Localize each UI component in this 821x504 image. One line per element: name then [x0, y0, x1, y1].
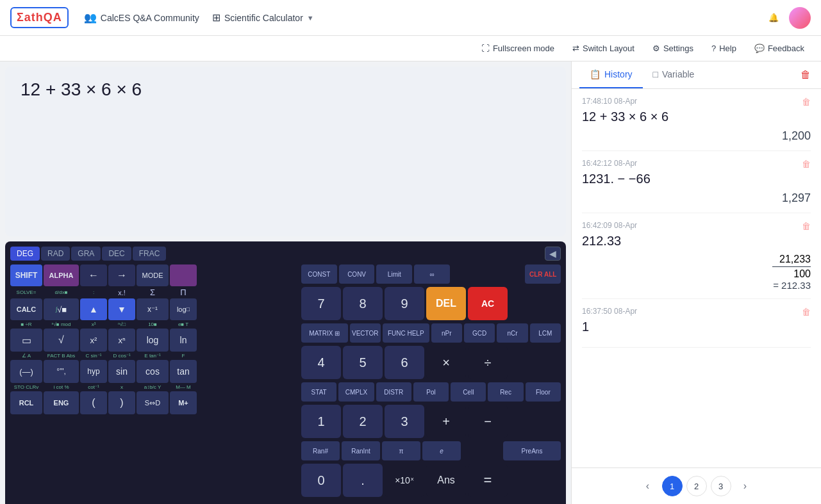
const-button[interactable]: CONST	[301, 264, 337, 284]
sci-notation-button[interactable]: ×10ˣ	[385, 464, 424, 497]
sin-button[interactable]: sin	[108, 360, 135, 383]
stat-button[interactable]: STAT	[301, 382, 336, 402]
sd-button[interactable]: S⇔D	[137, 391, 169, 414]
key-7[interactable]: 7	[301, 287, 341, 320]
key-8[interactable]: 8	[343, 287, 383, 320]
avatar[interactable]	[789, 7, 811, 29]
tab-variable[interactable]: □ Variable	[643, 61, 705, 88]
tab-history[interactable]: 📋 History	[579, 61, 643, 88]
logo[interactable]: ΣathQA	[10, 7, 69, 28]
calc-button[interactable]: CALC	[10, 298, 42, 320]
help-button[interactable]: ? Help	[705, 41, 743, 56]
m-plus-button[interactable]: M+	[170, 391, 197, 414]
ranint-button[interactable]: RanInt	[342, 441, 380, 460]
ran-button[interactable]: Ran#	[301, 441, 340, 460]
limit-button[interactable]: Limit	[376, 264, 412, 284]
key-3[interactable]: 3	[385, 405, 424, 438]
sqrt-frac-button[interactable]: ∫√■	[44, 298, 79, 320]
multiply-button[interactable]: ×	[426, 346, 466, 379]
cell-button[interactable]: Cell	[451, 382, 486, 402]
settings-button[interactable]: ⚙ Settings	[646, 41, 700, 56]
key-5[interactable]: 5	[343, 346, 383, 379]
matrix-button[interactable]: MATRIX ⊞	[301, 323, 348, 343]
divide-button[interactable]: ÷	[468, 346, 508, 379]
page-1-button[interactable]: 1	[662, 476, 683, 496]
ln-button[interactable]: ln	[170, 329, 197, 352]
del-button[interactable]: DEL	[426, 287, 466, 320]
distr-button[interactable]: DISTR	[376, 382, 411, 402]
key-4[interactable]: 4	[301, 346, 341, 379]
down-arrow-button[interactable]: ▼	[108, 298, 135, 320]
tan-button[interactable]: tan	[170, 360, 197, 383]
sqrt-button[interactable]: √	[44, 329, 79, 352]
frac-button[interactable]: FRAC	[133, 247, 167, 261]
community-nav-item[interactable]: 👥 CalcES Q&A Community	[84, 12, 199, 24]
next-page-button[interactable]: ›	[735, 476, 756, 496]
notification-button[interactable]: 🔔	[768, 13, 779, 22]
cmplx-button[interactable]: CMPLX	[338, 382, 374, 402]
rad-button[interactable]: RAD	[41, 247, 70, 261]
x-inverse-button[interactable]: x⁻¹	[137, 298, 169, 320]
preans-button[interactable]: PreAns	[503, 441, 561, 460]
gcd-button[interactable]: GCD	[464, 323, 495, 343]
delete-history-button[interactable]: 🗑	[802, 221, 811, 231]
lcm-button[interactable]: LCM	[530, 323, 561, 343]
ac-button[interactable]: AC	[468, 287, 508, 320]
e-key-button[interactable]: e	[422, 441, 461, 460]
x-squared-button[interactable]: x²	[80, 329, 107, 352]
feedback-button[interactable]: 💬 Feedback	[748, 41, 811, 56]
pi-key-button[interactable]: π	[382, 441, 420, 460]
key-2[interactable]: 2	[343, 405, 383, 438]
infinity-button[interactable]: ∞	[414, 264, 450, 284]
neg-button[interactable]: (—)	[10, 360, 42, 383]
npr-button[interactable]: nPr	[431, 323, 462, 343]
ncr-button[interactable]: nCr	[497, 323, 527, 343]
mode-button[interactable]: MODE	[137, 264, 169, 286]
clear-all-history-button[interactable]: 🗑	[798, 67, 813, 83]
log-button[interactable]: log	[137, 329, 169, 352]
pol-button[interactable]: Pol	[413, 382, 449, 402]
gra-button[interactable]: GRA	[71, 247, 101, 261]
blank-button[interactable]	[170, 264, 197, 286]
func-help-button[interactable]: FUNC HELP	[383, 323, 429, 343]
eng-button[interactable]: ENG	[44, 391, 79, 414]
plus-button[interactable]: +	[426, 405, 466, 438]
up-arrow-button[interactable]: ▲	[80, 298, 107, 320]
page-2-button[interactable]: 2	[686, 476, 707, 496]
close-paren-button[interactable]: )	[108, 391, 135, 414]
key-6[interactable]: 6	[385, 346, 424, 379]
equals-button[interactable]: =	[468, 464, 508, 497]
page-3-button[interactable]: 3	[711, 476, 731, 496]
key-1[interactable]: 1	[301, 405, 341, 438]
left-arrow-button[interactable]: ←	[80, 264, 107, 286]
delete-history-button[interactable]: 🗑	[802, 97, 811, 107]
ans-button[interactable]: Ans	[426, 464, 466, 497]
decimal-button[interactable]: .	[343, 464, 383, 497]
collapse-panel-button[interactable]: ◀	[545, 247, 561, 261]
fraction-button[interactable]: ▭	[10, 329, 42, 352]
x-power-button[interactable]: xⁿ	[108, 329, 135, 352]
rec-button[interactable]: Rec	[488, 382, 523, 402]
delete-history-button[interactable]: 🗑	[802, 307, 811, 317]
key-0[interactable]: 0	[301, 464, 341, 497]
switch-layout-button[interactable]: ⇄ Switch Layout	[566, 41, 641, 56]
shift-button[interactable]: SHIFT	[10, 264, 42, 286]
log-base-button[interactable]: log□	[170, 298, 197, 320]
key-9[interactable]: 9	[385, 287, 424, 320]
fullscreen-button[interactable]: ⛶ Fullscreen mode	[475, 41, 561, 56]
prev-page-button[interactable]: ‹	[638, 476, 658, 496]
right-arrow-button[interactable]: →	[108, 264, 135, 286]
conv-button[interactable]: CONV	[339, 264, 375, 284]
dec-button[interactable]: DEC	[102, 247, 131, 261]
hyp-button[interactable]: hyp	[80, 360, 107, 383]
calculator-nav-item[interactable]: ⊞ Scientific Calculator ▼	[212, 12, 314, 24]
alpha-button[interactable]: ALPHA	[44, 264, 79, 286]
open-paren-button[interactable]: (	[80, 391, 107, 414]
floor-button[interactable]: Floor	[526, 382, 561, 402]
delete-history-button[interactable]: 🗑	[802, 159, 811, 169]
vector-button[interactable]: VECTOR	[350, 323, 381, 343]
rcl-button[interactable]: RCL	[10, 391, 42, 414]
clr-all-button[interactable]: CLR ALL	[525, 264, 561, 284]
deg-button[interactable]: DEG	[10, 247, 40, 261]
minus-button[interactable]: −	[468, 405, 508, 438]
